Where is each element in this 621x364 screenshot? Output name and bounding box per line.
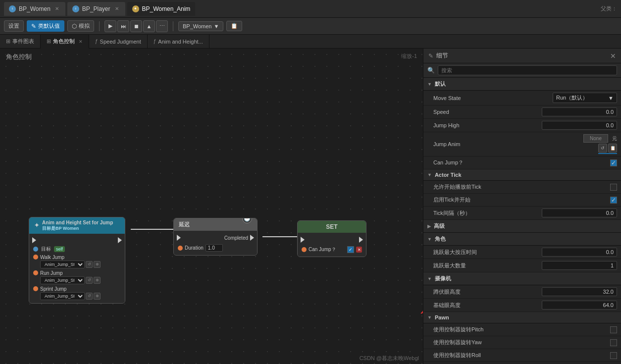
bp-dropdown[interactable]: BP_Women ▼ [178, 21, 223, 31]
sub-tab-anim-height[interactable]: ƒ Anim and Height... [148, 35, 209, 49]
use-ctrl-yaw-checkbox[interactable] [610, 339, 617, 346]
node-delay[interactable]: 🕐 延迟 Completed Duration [173, 218, 258, 256]
section-role-label: 角色 [435, 235, 446, 243]
prop-allow-tick-value [610, 184, 617, 191]
duration-input[interactable] [206, 244, 223, 252]
simulation-label: 模拟 [79, 22, 90, 30]
use-ctrl-pitch-checkbox[interactable] [610, 326, 617, 333]
jump-max-count-input[interactable] [542, 261, 617, 270]
tab-bp-women-anim[interactable]: ✦ BP_Women_Anim [127, 2, 196, 16]
tab-bp-women[interactable]: ♀ BP_Women ✕ [4, 2, 65, 16]
jump-high-input[interactable] [542, 121, 617, 130]
node-anim-body: 目标 self Walk Jump Anim_Jump_Stai ↺ ⊕ [29, 234, 125, 303]
prop-can-jump: Can Jump？ ✓ [423, 156, 621, 169]
file-button[interactable]: 📋 [226, 21, 242, 31]
section-pawn[interactable]: ▼ Pawn [423, 312, 621, 323]
section-advanced[interactable]: ▶ 高级 [423, 220, 621, 233]
sub-tab-speed-judgment-label: Speed Judgment [100, 39, 141, 45]
jump-anim-btn2[interactable]: 📋 [608, 144, 617, 153]
sprint-jump-btn2[interactable]: ⊕ [94, 293, 101, 300]
section-actor-tick-label: Actor Tick [435, 172, 462, 178]
details-scroll: ▼ 默认 Move State Run（默认） ▼ Speed [423, 78, 621, 364]
duration-label: Duration [185, 245, 204, 251]
prop-jump-max-count-label: 跳跃最大数量 [433, 262, 542, 269]
details-close-button[interactable]: ✕ [610, 52, 616, 60]
enable-tick-checkbox[interactable]: ✓ [610, 197, 617, 204]
prop-crouch-eye-height-value [542, 287, 617, 296]
stop-button[interactable]: ⏹ [130, 20, 142, 32]
sub-tab-event-graph-label: 事件图表 [12, 38, 34, 45]
canvas[interactable]: 角色控制 缩放-1 ✦ Anim and Height Set for Jump… [0, 49, 423, 364]
section-camera-arrow: ▼ [427, 276, 432, 281]
run-jump-select[interactable]: Anim_Jump_Stai [40, 276, 85, 284]
settings-label: 设置 [8, 22, 19, 30]
simulation-button[interactable]: ⬡ 模拟 [67, 20, 94, 32]
prop-enable-tick: 启用Tick并开始 ✓ [423, 194, 621, 207]
can-jump-reset[interactable]: ✕ [356, 247, 362, 253]
prop-use-ctrl-yaw-value [610, 339, 617, 346]
section-advanced-label: 高级 [434, 222, 445, 230]
jump-anim-btn1[interactable]: ↺ [598, 144, 607, 153]
run-jump-btn2[interactable]: ⊕ [94, 277, 101, 284]
crouch-eye-height-input[interactable] [542, 287, 617, 296]
node-anim-height[interactable]: ✦ Anim and Height Set for Jump 目标是BP Wom… [29, 217, 125, 304]
section-actor-tick[interactable]: ▼ Actor Tick [423, 169, 621, 181]
sub-tab-anim-height-label: Anim and Height... [158, 39, 203, 45]
anim-exec-out [118, 237, 122, 243]
pause-button[interactable]: ▲ [143, 20, 155, 32]
node-delay-body: Completed Duration [174, 231, 257, 255]
move-state-dropdown[interactable]: Run（默认） ▼ [553, 93, 617, 103]
file-icon: 📋 [231, 23, 238, 29]
section-default-arrow: ▼ [427, 82, 432, 87]
sub-tab-event-graph[interactable]: ⊞ 事件图表 [0, 35, 41, 49]
default-value-button[interactable]: ✎ 类默认值 [27, 20, 64, 32]
tab-bp-women-close[interactable]: ✕ [53, 5, 60, 12]
section-role[interactable]: ▼ 角色 [423, 233, 621, 246]
canvas-title: 角色控制 [6, 52, 32, 61]
settings-button[interactable]: 设置 [4, 20, 24, 32]
search-input[interactable] [438, 65, 617, 75]
canvas-grid [0, 49, 423, 364]
use-ctrl-roll-checkbox[interactable] [610, 352, 617, 359]
node-anim-target-pin: 目标 self [29, 245, 125, 254]
more-button[interactable]: ⋯ [156, 20, 168, 32]
sprint-jump-btn1[interactable]: ↺ [86, 293, 93, 300]
base-eye-height-input[interactable] [542, 301, 617, 310]
prop-tick-interval: Tick间隔（秒） [423, 207, 621, 220]
play-controls: ▶ ⏭ ⏹ ▲ ⋯ [104, 20, 168, 32]
simulation-icon: ⬡ [72, 23, 77, 30]
run-jump-btn1[interactable]: ↺ [86, 277, 93, 284]
sub-tab-role-control-close[interactable]: ✕ [79, 39, 83, 44]
run-jump-pin [33, 270, 38, 275]
node-set[interactable]: SET Can Jump？ ✓ ✕ [297, 220, 366, 257]
section-role-arrow: ▼ [427, 237, 432, 242]
jump-max-press-input[interactable] [542, 248, 617, 257]
prop-base-eye-height: 基础眼高度 [423, 299, 621, 312]
sub-tab-role-control[interactable]: ⊞ 角色控制 ✕ [41, 35, 89, 49]
sprint-jump-select[interactable]: Anim_Jump_Stai [40, 292, 85, 300]
walk-jump-select[interactable]: Anim_Jump_Stai [40, 260, 85, 268]
canvas-zoom: 缩放-1 [401, 52, 417, 60]
section-actor-tick-arrow: ▼ [427, 172, 432, 177]
prop-enable-tick-label: 启用Tick并开始 [433, 196, 610, 204]
yuan-label: 元 [612, 135, 617, 142]
prop-jump-anim-label: Jump Anim [433, 141, 583, 147]
section-camera[interactable]: ▼ 摄像机 [423, 272, 621, 285]
tab-bp-player-close[interactable]: ✕ [113, 5, 120, 12]
play-button[interactable]: ▶ [104, 20, 116, 32]
delay-duration-row: Duration [174, 243, 257, 253]
tab-bp-player[interactable]: ♀ BP_Player ✕ [67, 2, 125, 16]
section-default[interactable]: ▼ 默认 [423, 78, 621, 91]
walk-jump-btn1[interactable]: ↺ [86, 261, 93, 268]
can-jump-checkbox-detail[interactable]: ✓ [610, 159, 617, 166]
prop-move-state: Move State Run（默认） ▼ [423, 91, 621, 105]
tick-interval-input[interactable] [542, 208, 617, 217]
step-button[interactable]: ⏭ [117, 20, 129, 32]
walk-jump-btn2[interactable]: ⊕ [94, 261, 101, 268]
details-title: ✎ 细节 [428, 52, 610, 60]
can-jump-checkbox[interactable]: ✓ [347, 246, 354, 253]
allow-tick-checkbox[interactable] [610, 184, 617, 191]
prop-tick-interval-value [542, 208, 617, 217]
speed-input[interactable] [542, 107, 617, 116]
sub-tab-speed-judgment[interactable]: ƒ Speed Judgment [89, 35, 148, 49]
